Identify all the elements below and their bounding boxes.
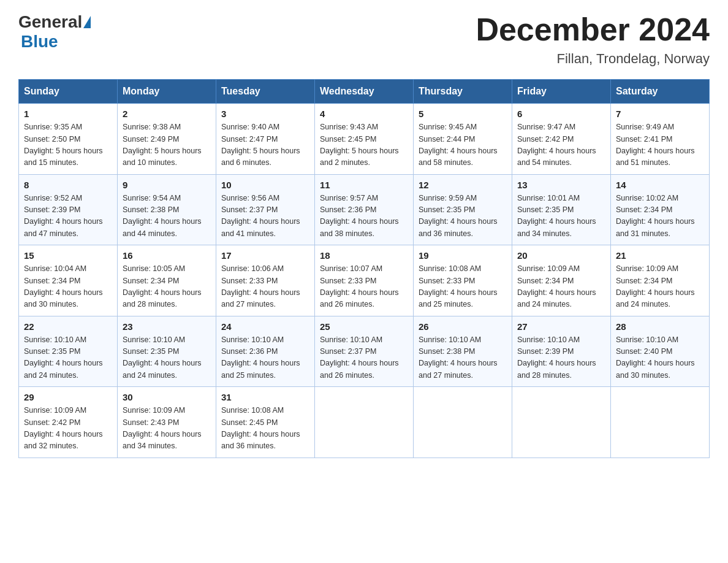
calendar-day-cell: 5Sunrise: 9:45 AMSunset: 2:44 PMDaylight… xyxy=(414,104,512,175)
day-number: 12 xyxy=(419,180,507,190)
day-number: 27 xyxy=(517,321,605,332)
day-number: 13 xyxy=(517,180,605,190)
day-number: 18 xyxy=(320,250,408,261)
calendar-week-1: 1Sunrise: 9:35 AMSunset: 2:50 PMDaylight… xyxy=(19,104,710,175)
col-thursday: Thursday xyxy=(414,80,512,104)
day-info: Sunrise: 10:10 AMSunset: 2:36 PMDaylight… xyxy=(221,334,309,382)
location: Fillan, Trondelag, Norway xyxy=(476,51,710,67)
day-info: Sunrise: 9:38 AMSunset: 2:49 PMDaylight:… xyxy=(123,121,211,169)
calendar-day-cell xyxy=(512,387,611,458)
logo-text: General xyxy=(18,12,91,32)
day-info: Sunrise: 10:10 AMSunset: 2:39 PMDaylight… xyxy=(517,334,605,382)
calendar-day-cell: 29Sunrise: 10:09 AMSunset: 2:42 PMDaylig… xyxy=(19,387,118,458)
calendar-day-cell: 28Sunrise: 10:10 AMSunset: 2:40 PMDaylig… xyxy=(611,316,710,387)
calendar-day-cell: 31Sunrise: 10:08 AMSunset: 2:45 PMDaylig… xyxy=(216,387,315,458)
col-monday: Monday xyxy=(118,80,216,104)
day-number: 21 xyxy=(616,250,704,261)
page-header: General Blue December 2024 Fillan, Trond… xyxy=(18,12,710,67)
title-section: December 2024 Fillan, Trondelag, Norway xyxy=(476,12,710,67)
calendar-day-cell: 12Sunrise: 9:59 AMSunset: 2:35 PMDayligh… xyxy=(414,174,512,245)
calendar-day-cell: 6Sunrise: 9:47 AMSunset: 2:42 PMDaylight… xyxy=(512,104,611,175)
day-number: 29 xyxy=(24,392,112,402)
day-info: Sunrise: 10:10 AMSunset: 2:35 PMDaylight… xyxy=(24,334,112,382)
calendar-week-2: 8Sunrise: 9:52 AMSunset: 2:39 PMDaylight… xyxy=(19,174,710,245)
calendar-day-cell xyxy=(611,387,710,458)
month-title: December 2024 xyxy=(476,12,710,47)
day-info: Sunrise: 10:08 AMSunset: 2:33 PMDaylight… xyxy=(419,263,507,311)
day-info: Sunrise: 10:10 AMSunset: 2:35 PMDaylight… xyxy=(123,334,211,382)
calendar-header-row: Sunday Monday Tuesday Wednesday Thursday… xyxy=(19,80,710,104)
day-number: 11 xyxy=(320,180,408,190)
calendar-day-cell: 7Sunrise: 9:49 AMSunset: 2:41 PMDaylight… xyxy=(611,104,710,175)
calendar-day-cell: 1Sunrise: 9:35 AMSunset: 2:50 PMDaylight… xyxy=(19,104,118,175)
day-number: 2 xyxy=(123,109,211,119)
day-number: 14 xyxy=(616,180,704,190)
day-info: Sunrise: 9:47 AMSunset: 2:42 PMDaylight:… xyxy=(517,121,605,169)
day-info: Sunrise: 9:49 AMSunset: 2:41 PMDaylight:… xyxy=(616,121,704,169)
calendar-day-cell: 13Sunrise: 10:01 AMSunset: 2:35 PMDaylig… xyxy=(512,174,611,245)
calendar-day-cell: 9Sunrise: 9:54 AMSunset: 2:38 PMDaylight… xyxy=(118,174,216,245)
day-number: 28 xyxy=(616,321,704,332)
day-info: Sunrise: 10:10 AMSunset: 2:40 PMDaylight… xyxy=(616,334,704,382)
day-info: Sunrise: 10:09 AMSunset: 2:34 PMDaylight… xyxy=(517,263,605,311)
day-info: Sunrise: 10:02 AMSunset: 2:34 PMDaylight… xyxy=(616,193,704,240)
day-number: 25 xyxy=(320,321,408,332)
calendar-day-cell: 21Sunrise: 10:09 AMSunset: 2:34 PMDaylig… xyxy=(611,245,710,316)
day-info: Sunrise: 10:10 AMSunset: 2:37 PMDaylight… xyxy=(320,334,408,382)
day-number: 10 xyxy=(221,180,309,190)
day-info: Sunrise: 9:56 AMSunset: 2:37 PMDaylight:… xyxy=(221,193,309,240)
day-info: Sunrise: 9:35 AMSunset: 2:50 PMDaylight:… xyxy=(24,121,112,169)
calendar-table: Sunday Monday Tuesday Wednesday Thursday… xyxy=(18,79,710,458)
calendar-day-cell: 15Sunrise: 10:04 AMSunset: 2:34 PMDaylig… xyxy=(19,245,118,316)
day-number: 30 xyxy=(123,392,211,402)
calendar-day-cell: 26Sunrise: 10:10 AMSunset: 2:38 PMDaylig… xyxy=(414,316,512,387)
day-number: 5 xyxy=(419,109,507,119)
day-info: Sunrise: 10:07 AMSunset: 2:33 PMDaylight… xyxy=(320,263,408,311)
calendar-day-cell: 22Sunrise: 10:10 AMSunset: 2:35 PMDaylig… xyxy=(19,316,118,387)
calendar-day-cell: 11Sunrise: 9:57 AMSunset: 2:36 PMDayligh… xyxy=(315,174,414,245)
day-number: 9 xyxy=(123,180,211,190)
calendar-day-cell: 30Sunrise: 10:09 AMSunset: 2:43 PMDaylig… xyxy=(118,387,216,458)
day-number: 20 xyxy=(517,250,605,261)
calendar-day-cell: 10Sunrise: 9:56 AMSunset: 2:37 PMDayligh… xyxy=(216,174,315,245)
calendar-day-cell: 19Sunrise: 10:08 AMSunset: 2:33 PMDaylig… xyxy=(414,245,512,316)
day-info: Sunrise: 9:57 AMSunset: 2:36 PMDaylight:… xyxy=(320,193,408,240)
day-info: Sunrise: 10:08 AMSunset: 2:45 PMDaylight… xyxy=(221,405,309,453)
col-tuesday: Tuesday xyxy=(216,80,315,104)
day-info: Sunrise: 9:54 AMSunset: 2:38 PMDaylight:… xyxy=(123,193,211,240)
day-number: 24 xyxy=(221,321,309,332)
day-number: 6 xyxy=(517,109,605,119)
day-number: 4 xyxy=(320,109,408,119)
day-number: 26 xyxy=(419,321,507,332)
day-info: Sunrise: 9:59 AMSunset: 2:35 PMDaylight:… xyxy=(419,193,507,240)
calendar-day-cell: 8Sunrise: 9:52 AMSunset: 2:39 PMDaylight… xyxy=(19,174,118,245)
day-info: Sunrise: 9:40 AMSunset: 2:47 PMDaylight:… xyxy=(221,121,309,169)
day-number: 15 xyxy=(24,250,112,261)
day-info: Sunrise: 9:45 AMSunset: 2:44 PMDaylight:… xyxy=(419,121,507,169)
day-number: 1 xyxy=(24,109,112,119)
day-info: Sunrise: 10:06 AMSunset: 2:33 PMDaylight… xyxy=(221,263,309,311)
calendar-week-3: 15Sunrise: 10:04 AMSunset: 2:34 PMDaylig… xyxy=(19,245,710,316)
calendar-day-cell: 27Sunrise: 10:10 AMSunset: 2:39 PMDaylig… xyxy=(512,316,611,387)
day-info: Sunrise: 10:09 AMSunset: 2:34 PMDaylight… xyxy=(616,263,704,311)
calendar-day-cell: 14Sunrise: 10:02 AMSunset: 2:34 PMDaylig… xyxy=(611,174,710,245)
calendar-day-cell: 3Sunrise: 9:40 AMSunset: 2:47 PMDaylight… xyxy=(216,104,315,175)
calendar-day-cell: 2Sunrise: 9:38 AMSunset: 2:49 PMDaylight… xyxy=(118,104,216,175)
col-wednesday: Wednesday xyxy=(315,80,414,104)
calendar-day-cell: 17Sunrise: 10:06 AMSunset: 2:33 PMDaylig… xyxy=(216,245,315,316)
day-number: 7 xyxy=(616,109,704,119)
day-number: 8 xyxy=(24,180,112,190)
logo-triangle-icon xyxy=(83,16,91,28)
col-sunday: Sunday xyxy=(19,80,118,104)
calendar-day-cell xyxy=(315,387,414,458)
calendar-week-5: 29Sunrise: 10:09 AMSunset: 2:42 PMDaylig… xyxy=(19,387,710,458)
calendar-day-cell xyxy=(414,387,512,458)
day-info: Sunrise: 9:52 AMSunset: 2:39 PMDaylight:… xyxy=(24,193,112,240)
day-number: 19 xyxy=(419,250,507,261)
calendar-day-cell: 25Sunrise: 10:10 AMSunset: 2:37 PMDaylig… xyxy=(315,316,414,387)
day-info: Sunrise: 10:04 AMSunset: 2:34 PMDaylight… xyxy=(24,263,112,311)
logo-blue: Blue xyxy=(21,32,58,51)
col-friday: Friday xyxy=(512,80,611,104)
calendar-week-4: 22Sunrise: 10:10 AMSunset: 2:35 PMDaylig… xyxy=(19,316,710,387)
day-info: Sunrise: 10:05 AMSunset: 2:34 PMDaylight… xyxy=(123,263,211,311)
